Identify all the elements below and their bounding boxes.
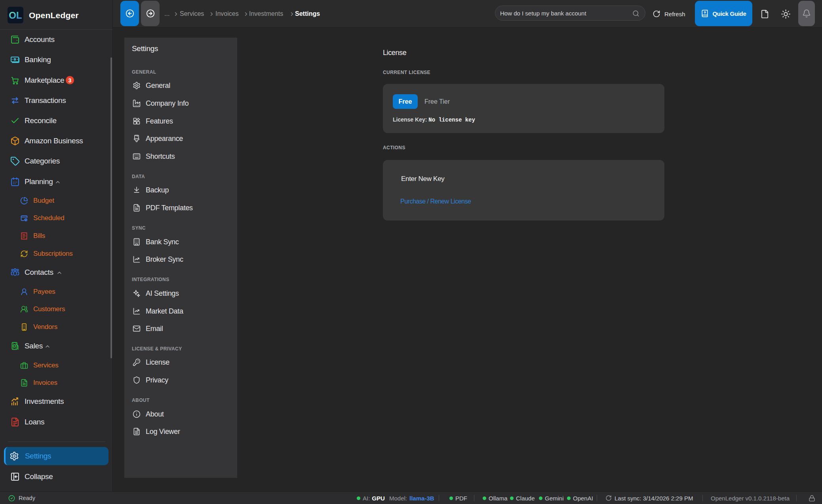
svg-text:OL: OL — [9, 10, 22, 21]
